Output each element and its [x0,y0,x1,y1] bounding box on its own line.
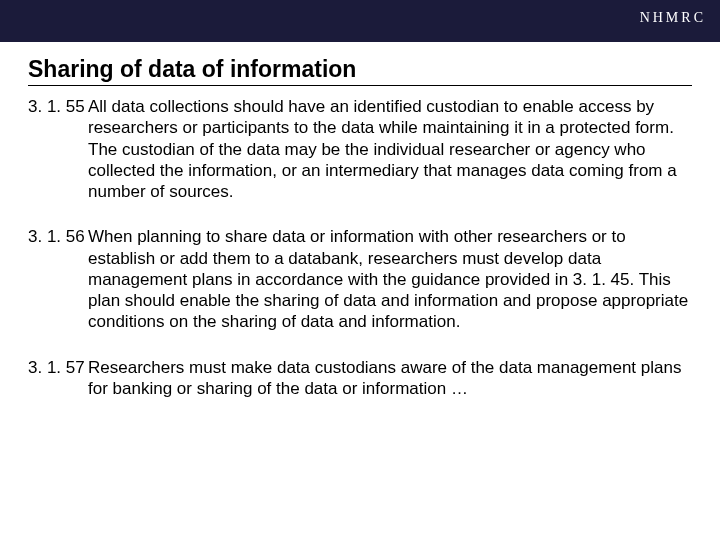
section-title: Sharing of data of information [28,56,692,86]
header-bar: NHMRC [0,0,720,42]
document-body: Sharing of data of information 3. 1. 55 … [0,42,720,399]
clause-text: All data collections should have an iden… [88,96,692,202]
clause-item: 3. 1. 56 When planning to share data or … [28,226,692,332]
clause-number: 3. 1. 56 [28,226,88,332]
clause-text: Researchers must make data custodians aw… [88,357,692,400]
clause-item: 3. 1. 55 All data collections should hav… [28,96,692,202]
clause-text: When planning to share data or informati… [88,226,692,332]
clause-number: 3. 1. 57 [28,357,88,400]
brand-logo: NHMRC [640,10,706,26]
clause-number: 3. 1. 55 [28,96,88,202]
clause-item: 3. 1. 57 Researchers must make data cust… [28,357,692,400]
